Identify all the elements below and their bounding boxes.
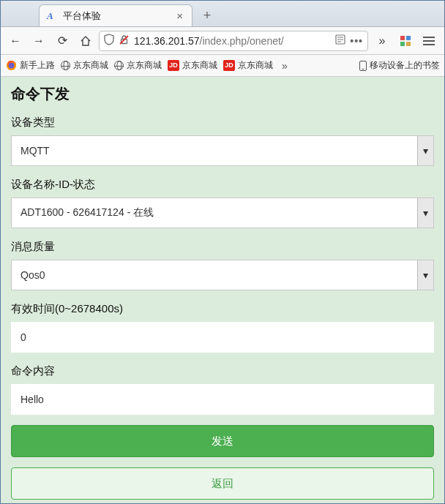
- home-icon: [80, 35, 91, 47]
- overflow-button[interactable]: »: [371, 31, 393, 51]
- bookmark-label: 新手上路: [20, 59, 55, 72]
- reload-button[interactable]: ⟳: [52, 31, 72, 51]
- device-type-select[interactable]: MQTT ▾: [11, 135, 434, 166]
- tracking-shield-icon: [104, 34, 114, 48]
- bookmark-item[interactable]: 京东商城: [61, 59, 108, 72]
- bookmarks-overflow-button[interactable]: »: [279, 60, 291, 72]
- tab-favicon: A: [47, 12, 57, 20]
- tab-close-button[interactable]: ×: [173, 10, 186, 22]
- forward-button[interactable]: →: [29, 31, 49, 51]
- chevron-down-icon: ▾: [417, 198, 433, 227]
- device-name-value: ADT1600 - 626417124 - 在线: [20, 206, 154, 219]
- send-button[interactable]: 发送: [11, 425, 434, 457]
- device-type-value: MQTT: [20, 145, 50, 157]
- bookmark-label: 移动设备上的书签: [370, 59, 440, 72]
- reader-mode-icon[interactable]: [335, 34, 345, 47]
- page-actions-menu[interactable]: •••: [350, 35, 363, 47]
- mobile-bookmarks-item[interactable]: 移动设备上的书签: [359, 59, 440, 72]
- jd-icon: JD: [223, 60, 235, 71]
- toolbar: ← → ⟳ 121.36.201.57/index.php/onenet/ ••…: [1, 27, 444, 55]
- bookmark-label: 京东商城: [238, 59, 273, 72]
- library-icon: [400, 36, 411, 46]
- back-button-label: 返回: [212, 477, 233, 491]
- chevron-down-icon: ▾: [417, 136, 433, 165]
- bookmark-label: 京东商城: [127, 59, 162, 72]
- cmd-value: Hello: [20, 394, 44, 405]
- bookmarks-bar: 新手上路 京东商城 京东商城 JD 京东商城 JD 京东商城 » 移动设备上的书…: [1, 55, 444, 77]
- home-button[interactable]: [75, 31, 96, 51]
- bookmark-item[interactable]: 京东商城: [114, 59, 162, 72]
- back-button-page[interactable]: 返回: [11, 467, 434, 500]
- jd-icon: JD: [168, 60, 179, 71]
- tab-title: 平台体验: [63, 10, 168, 23]
- toolbar-right: »: [371, 31, 440, 51]
- library-button[interactable]: [394, 31, 416, 51]
- bookmark-item[interactable]: 新手上路: [5, 59, 55, 72]
- device-name-label: 设备名称-ID-状态: [11, 178, 434, 192]
- bookmark-label: 京东商城: [182, 59, 217, 72]
- hamburger-icon: [423, 37, 435, 45]
- bookmark-label: 京东商城: [73, 59, 108, 72]
- cmd-input[interactable]: Hello: [11, 384, 434, 415]
- send-button-label: 发送: [212, 435, 233, 448]
- bookmark-item[interactable]: JD 京东商城: [223, 59, 273, 72]
- chevron-down-icon: ▾: [417, 260, 433, 290]
- device-type-label: 设备类型: [11, 116, 434, 129]
- page-content: 命令下发 设备类型 MQTT ▾ 设备名称-ID-状态 ADT1600 - 62…: [1, 77, 444, 503]
- svg-point-7: [8, 63, 14, 69]
- app-menu-button[interactable]: [418, 31, 440, 51]
- globe-icon: [114, 61, 124, 70]
- qos-select[interactable]: Qos0 ▾: [11, 260, 434, 290]
- tab-active[interactable]: A 平台体验 ×: [39, 4, 192, 26]
- globe-icon: [61, 61, 70, 70]
- browser-window: — ▢ ✕ A 平台体验 × + ← → ⟳ 121.36.201.57/ind…: [0, 0, 445, 504]
- new-tab-button[interactable]: +: [197, 6, 217, 25]
- ttl-label: 有效时间(0~2678400s): [11, 302, 434, 316]
- firefox-icon: [5, 60, 17, 72]
- cmd-label: 命令内容: [11, 364, 434, 378]
- ttl-value: 0: [20, 331, 26, 343]
- ttl-input[interactable]: 0: [11, 322, 434, 353]
- mobile-icon: [359, 61, 367, 71]
- page-title: 命令下发: [11, 84, 434, 104]
- bookmark-item[interactable]: JD 京东商城: [168, 59, 217, 72]
- url-text: 121.36.201.57/index.php/onenet/: [134, 35, 331, 47]
- qos-value: Qos0: [20, 269, 45, 281]
- device-name-select[interactable]: ADT1600 - 626417124 - 在线 ▾: [11, 198, 434, 228]
- back-button[interactable]: ←: [5, 31, 26, 51]
- tab-strip: A 平台体验 × +: [1, 1, 444, 27]
- insecure-lock-icon: [119, 34, 130, 48]
- qos-label: 消息质量: [11, 240, 434, 254]
- address-bar[interactable]: 121.36.201.57/index.php/onenet/ •••: [99, 31, 368, 51]
